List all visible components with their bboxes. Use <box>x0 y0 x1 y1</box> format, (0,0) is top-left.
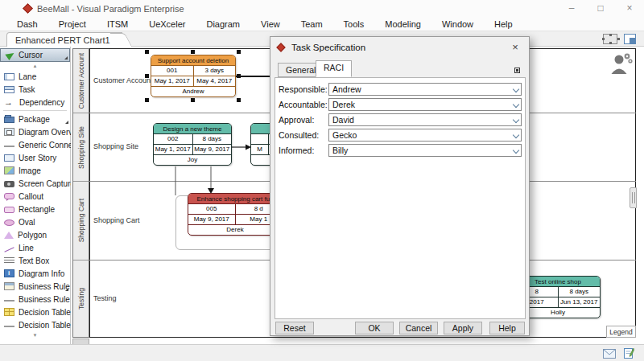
toolbox-item-decision-table-link[interactable]: Decision Table Link <box>0 318 70 331</box>
menu-tools[interactable]: Tools <box>333 18 375 31</box>
package-icon <box>4 117 14 123</box>
reset-button[interactable]: Reset <box>275 322 314 334</box>
messages-icon[interactable] <box>603 347 616 361</box>
task-support-account-deletion[interactable]: Support account deletion 0013 days May 1… <box>151 55 236 97</box>
panel-resize-grip[interactable] <box>630 187 637 208</box>
toolbox-item-rectangle[interactable]: Rectangle <box>0 203 70 215</box>
apply-button[interactable]: Apply <box>444 322 482 334</box>
toolbox-item-oval[interactable]: Oval <box>0 215 70 228</box>
task-start-date: May 1, 2017 <box>151 76 194 86</box>
minimize-button[interactable]: – <box>557 0 586 18</box>
polygon-icon <box>4 232 14 239</box>
selection-handle[interactable] <box>237 98 241 102</box>
lane-header-testing[interactable]: Testing <box>73 260 89 337</box>
informed-combobox[interactable]: Billy <box>328 144 522 157</box>
toolbox-item-business-rule-link[interactable]: Business Rule Link <box>0 293 70 306</box>
dialog-logo-icon <box>276 43 285 51</box>
responsible-combobox[interactable]: Andrew <box>328 83 522 96</box>
approval-combobox[interactable]: David <box>328 113 522 126</box>
help-button[interactable]: Help <box>489 322 525 334</box>
toolbox-item-decision-table[interactable]: Decision Table <box>0 306 70 318</box>
lane-label-testing: Testing <box>93 294 117 302</box>
window-title: BeeMall - Visual Paradigm Enterprise <box>37 4 184 14</box>
maximize-button[interactable]: □ <box>586 0 615 18</box>
task-enhance-shopping-cart[interactable]: Enhance shopping cart fun 0058 d May 9, … <box>188 193 283 236</box>
menu-view[interactable]: View <box>250 18 291 31</box>
accountable-combobox[interactable]: Derek <box>328 98 522 111</box>
dialog-titlebar[interactable]: Task Specification × <box>270 37 529 58</box>
menu-dash[interactable]: Dash <box>6 18 48 31</box>
selection-handle[interactable] <box>191 98 195 102</box>
tab-enhanced-pert-chart1[interactable]: Enhanced PERT Chart1 <box>6 32 122 47</box>
lane-header-label: Shopping Site <box>77 126 85 169</box>
toolbox-item-business-rule[interactable]: Business Rule <box>0 280 70 293</box>
task-name: Support account deletion <box>151 55 235 66</box>
menu-itsm[interactable]: ITSM <box>97 18 138 31</box>
toolbox-item-generic-connector[interactable]: Generic Connector <box>0 138 70 151</box>
consulted-combobox[interactable]: Gecko <box>328 129 522 142</box>
toolbox-scroll-down[interactable]: ▼ <box>0 331 70 339</box>
tab-label: Enhanced PERT Chart1 <box>15 35 110 45</box>
dialog-close-icon[interactable]: × <box>508 40 522 55</box>
selection-handle[interactable] <box>145 74 149 78</box>
toolbox-item-user-story[interactable]: User Story <box>0 151 70 164</box>
toolbox-item-package[interactable]: Package <box>0 113 70 125</box>
dialog-tab-bar: General RACI <box>270 58 529 77</box>
fit-selection-icon[interactable] <box>603 34 617 44</box>
menu-modeling[interactable]: Modeling <box>374 18 431 31</box>
expand-corner-icon <box>65 121 68 124</box>
edit-document-icon[interactable] <box>624 347 634 361</box>
menu-team[interactable]: Team <box>291 18 333 31</box>
close-button[interactable]: × <box>615 0 644 18</box>
field-label: Consulted: <box>279 130 328 140</box>
menu-diagram[interactable]: Diagram <box>196 18 250 31</box>
toolbox-item-screen-capture[interactable]: Screen Capture <box>0 177 70 190</box>
menu-project[interactable]: Project <box>48 18 97 31</box>
toolbox-item-diagram-overview[interactable]: Diagram Overview <box>0 125 70 138</box>
open-panel-icon[interactable] <box>624 34 636 44</box>
toolbox-item-cursor[interactable]: Cursor <box>0 48 70 62</box>
toolbox-item-diagram-info[interactable]: Diagram Info <box>0 267 70 280</box>
lane-label-customer-account: Customer Account <box>93 76 153 84</box>
toolbox-item-dependency[interactable]: → Dependency <box>0 96 70 109</box>
task-name: Design a new theme <box>154 124 231 134</box>
selection-handle[interactable] <box>145 50 149 54</box>
selection-handle[interactable] <box>145 98 149 102</box>
toolbox-item-label: Callout <box>19 192 43 201</box>
task-assignee: Joy <box>154 155 231 165</box>
selection-handle[interactable] <box>237 50 241 54</box>
expand-corner-icon <box>65 288 68 291</box>
task-start-date: May 9, 2017 <box>188 215 236 224</box>
toolbox-item-label: Package <box>19 115 50 124</box>
dialog-pin-icon[interactable] <box>514 68 520 73</box>
toolbox-item-task[interactable]: Task <box>0 83 70 96</box>
toolbox-item-text-box[interactable]: Text Box <box>0 254 70 267</box>
lane-header-shopping-site[interactable]: Shopping Site <box>73 113 89 182</box>
selection-handle[interactable] <box>191 50 195 54</box>
toolbox-item-label: Cursor <box>19 51 43 59</box>
lane-header-label: Shopping Cart <box>77 199 85 242</box>
task-start-date: May 1, 2017 <box>154 145 193 154</box>
chevron-down-icon <box>513 117 519 123</box>
toolbox-item-image[interactable]: Image <box>0 164 70 177</box>
tab-raci[interactable]: RACI <box>316 60 352 77</box>
selection-handle[interactable] <box>237 74 241 78</box>
ok-button[interactable]: OK <box>355 322 394 334</box>
toolbox-item-line[interactable]: Line <box>0 241 70 254</box>
decision-table-icon <box>4 308 14 316</box>
toolbox-item-polygon[interactable]: Polygon <box>0 228 70 241</box>
toolbox-item-lane[interactable]: Lane <box>0 70 70 83</box>
lane-header-shopping-cart[interactable]: Shopping Cart <box>73 182 89 260</box>
lane-header-customer-account[interactable]: Customer Account <box>73 49 89 113</box>
legend-tab[interactable]: Legend <box>606 326 636 338</box>
cancel-button[interactable]: Cancel <box>399 322 438 334</box>
toolbox-scroll-up[interactable]: ▲ <box>0 62 70 70</box>
menu-help[interactable]: Help <box>484 18 523 31</box>
task-design-a-new-theme[interactable]: Design a new theme 0028 days May 1, 2017… <box>153 123 232 166</box>
collaborator-settings-icon[interactable] <box>610 51 633 79</box>
text-box-icon <box>4 257 14 265</box>
toolbox-item-callout[interactable]: Callout <box>0 190 70 203</box>
menu-uexceler[interactable]: UeXceler <box>138 18 196 31</box>
menu-window[interactable]: Window <box>431 18 484 31</box>
toolbox-item-label: Task <box>19 85 35 94</box>
